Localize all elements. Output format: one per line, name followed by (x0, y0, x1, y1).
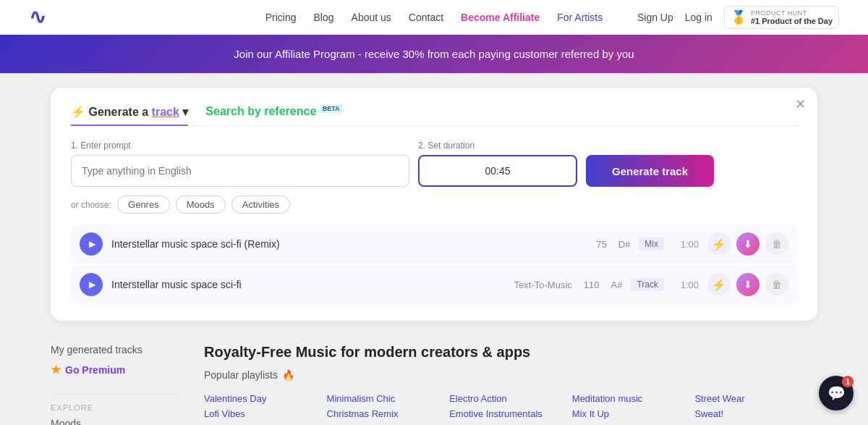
sidebar-item-moods[interactable]: Moods (51, 418, 181, 425)
list-item[interactable]: Sweat! (694, 406, 817, 421)
table-row: ▶ Interstellar music space sci-fi (Remix… (71, 225, 797, 263)
go-premium-button[interactable]: ★ Go Premium (51, 363, 181, 376)
table-row: ▶ Interstellar music space sci-fi Text-T… (71, 266, 797, 303)
list-item[interactable]: Minimalism Chic (327, 391, 450, 406)
chip-moods[interactable]: Moods (176, 195, 226, 214)
list-item[interactable]: NFT Inspiration (572, 421, 695, 425)
list-item[interactable]: Emotive Instrumentals (449, 406, 572, 421)
beta-badge: BETA (320, 104, 343, 113)
delete-button-2[interactable]: 🗑 (765, 273, 788, 296)
my-tracks-label: My generated tracks (51, 344, 181, 355)
navbar: ∿ Pricing Blog About us Contact Become A… (0, 0, 868, 35)
tab-search-label: Search by reference (205, 105, 316, 117)
duration-group: 2. Set duration (418, 140, 577, 187)
track-actions-2: ⚡ ⬇ 🗑 (707, 273, 788, 296)
sign-up-link[interactable]: Sign Up (637, 12, 673, 23)
log-in-link[interactable]: Log in (685, 12, 712, 23)
nav-pricing[interactable]: Pricing (265, 12, 297, 23)
play-icon: ▶ (89, 279, 95, 290)
chip-genres[interactable]: Genres (117, 195, 170, 214)
duration-label: 2. Set duration (418, 140, 577, 151)
list-item[interactable]: Meditation music (572, 391, 695, 406)
track-title-2: Interstellar music space sci-fi (111, 279, 506, 290)
track-type-2: Track (631, 278, 664, 291)
track-title-1: Interstellar music space sci-fi (Remix) (111, 238, 587, 250)
track-meta-1: 75 D# (596, 239, 630, 250)
tab-generate-track-word: track (152, 106, 179, 118)
go-premium-label: Go Premium (65, 364, 125, 376)
list-item[interactable]: Lofi Vibes (204, 406, 327, 421)
chat-button[interactable]: 💬 1 (819, 376, 854, 411)
track-bpm-2: 110 (584, 279, 600, 290)
content-right: Royalty-Free Music for modern creators &… (204, 344, 817, 425)
popular-playlists-header: Popular playlists 🔥 (204, 369, 817, 381)
nav-artists[interactable]: For Artists (557, 12, 603, 23)
play-button-1[interactable]: ▶ (80, 232, 103, 256)
tab-generate[interactable]: ⚡ Generate a track ▾ (71, 105, 188, 126)
track-duration-1: 1:00 (673, 239, 699, 250)
track-duration-2: 1:00 (673, 279, 699, 290)
remix-button-2[interactable]: ⚡ (707, 273, 731, 296)
playlists-grid: Valentines Day Lofi Vibes Turn Up The Ba… (204, 391, 817, 425)
explore-label: EXPLORE (51, 403, 181, 412)
list-item[interactable]: Mix It Up (572, 406, 695, 421)
nav-contact[interactable]: Contact (409, 12, 443, 23)
chat-icon: 💬 (827, 384, 846, 402)
form-row: 1. Enter prompt 2. Set duration Generate… (71, 140, 797, 187)
track-type-1: Mix (639, 237, 664, 251)
chevron-down-icon: ▾ (182, 106, 188, 118)
delete-button-1[interactable]: 🗑 (765, 232, 788, 256)
chip-activities[interactable]: Activities (231, 195, 290, 214)
track-actions-1: ⚡ ⬇ 🗑 (707, 232, 788, 256)
download-button-1[interactable]: ⬇ (736, 232, 760, 256)
list-item[interactable]: Christmas Remix (327, 406, 450, 421)
product-hunt-badge: 🥇 PRODUCT HUNT #1 Product of the Day (724, 6, 839, 29)
banner-text: Join our Affiliate Program - receive 30%… (234, 48, 634, 60)
playlist-col-4: Street Wear Sweat! Thoughtful Guitars (694, 391, 817, 425)
close-button[interactable]: ✕ (795, 98, 806, 111)
download-button-2[interactable]: ⬇ (736, 273, 760, 296)
duration-input[interactable] (418, 155, 577, 187)
track-source-2: Text-To-Music (514, 279, 572, 290)
list-item[interactable]: Street Wear (694, 391, 817, 406)
prompt-input[interactable] (71, 155, 409, 187)
sidebar-left: My generated tracks ★ Go Premium EXPLORE… (51, 344, 181, 425)
list-item[interactable]: Experimental Artists (449, 421, 572, 425)
logo[interactable]: ∿ (29, 5, 44, 29)
list-item[interactable]: Thoughtful Guitars (694, 421, 817, 425)
navbar-right: Sign Up Log in 🥇 PRODUCT HUNT #1 Product… (637, 6, 839, 29)
list-item[interactable]: Valentines Day (204, 391, 327, 406)
track-meta-2: Text-To-Music 110 A# (514, 279, 623, 290)
playlist-col-1: Minimalism Chic Christmas Remix Corporat… (327, 391, 450, 425)
track-key-2: A# (611, 279, 623, 290)
royalty-title: Royalty-Free Music for modern creators &… (204, 344, 817, 361)
explore-section: EXPLORE Moods Genres (51, 394, 181, 425)
remix-button-1[interactable]: ⚡ (707, 232, 731, 256)
chat-badge: 1 (842, 376, 854, 387)
list-item[interactable]: Electro Action (449, 391, 572, 406)
playlist-col-3: Meditation music Mix It Up NFT Inspirati… (572, 391, 695, 425)
prompt-group: 1. Enter prompt (71, 140, 409, 187)
track-bpm-1: 75 (596, 239, 606, 250)
nav-blog[interactable]: Blog (314, 12, 334, 23)
list-item[interactable]: Turn Up The Bass (204, 421, 327, 425)
nav-links: Pricing Blog About us Contact Become Aff… (265, 12, 603, 23)
tab-search[interactable]: Search by reference BETA (205, 105, 342, 126)
bottom-section: My generated tracks ★ Go Premium EXPLORE… (51, 344, 817, 425)
nav-about[interactable]: About us (352, 12, 391, 23)
nav-affiliate[interactable]: Become Affiliate (461, 12, 540, 23)
track-list: ▶ Interstellar music space sci-fi (Remix… (71, 225, 797, 303)
play-button-2[interactable]: ▶ (80, 273, 103, 296)
playlist-col-2: Electro Action Emotive Instrumentals Exp… (449, 391, 572, 425)
or-choose-label: or choose: (71, 200, 111, 210)
main-content: ✕ ⚡ Generate a track ▾ Search by referen… (36, 73, 832, 425)
list-item[interactable]: Corporate Inspiration (327, 421, 450, 425)
tabs: ⚡ Generate a track ▾ Search by reference… (71, 105, 797, 126)
track-key-1: D# (618, 239, 631, 250)
affiliate-banner[interactable]: Join our Affiliate Program - receive 30%… (0, 35, 868, 73)
popular-label: Popular playlists (204, 369, 278, 381)
chips-row: or choose: Genres Moods Activities (71, 195, 797, 214)
generate-button[interactable]: Generate track (586, 155, 714, 187)
ph-bottom-text: #1 Product of the Day (751, 17, 833, 25)
ph-top-text: PRODUCT HUNT (751, 9, 833, 17)
